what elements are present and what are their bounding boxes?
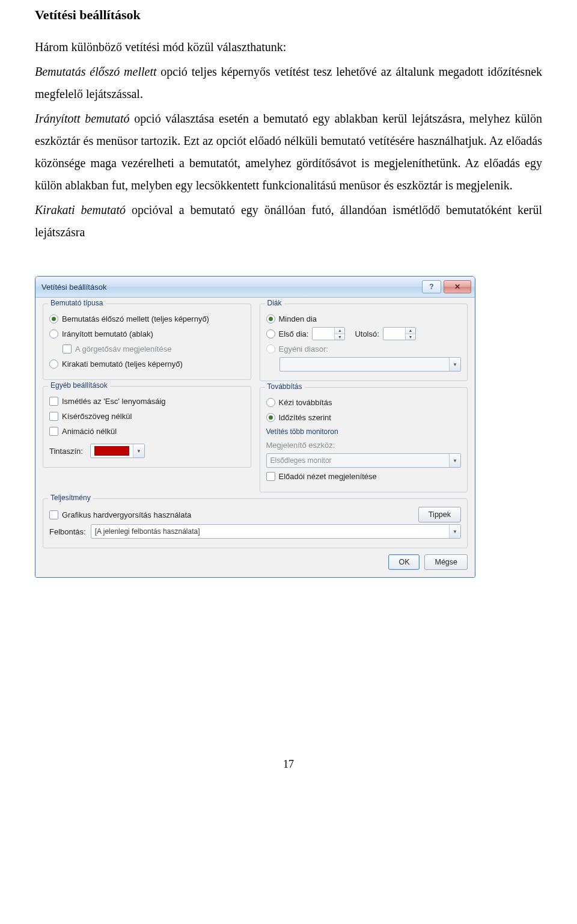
chevron-up-icon: ▲ [335,328,344,334]
group-other-options: Egyéb beállítások Ismétlés az 'Esc' leny… [43,386,251,468]
check-row-loop[interactable]: Ismétlés az 'Esc' lenyomásáig [49,394,245,408]
checkbox-icon [49,397,58,406]
check-row-no-animation[interactable]: Animáció nélkül [49,424,245,438]
combo-display-value: Elsődleges monitor [267,454,450,467]
radio-row-browsed[interactable]: Irányított bemutató (ablak) [49,327,245,340]
check-row-no-narration[interactable]: Kísérőszöveg nélkül [49,409,245,423]
page-number: 17 [0,758,577,771]
radio-label-manual: Kézi továbbítás [279,398,332,407]
radio-row-kiosk[interactable]: Kirakati bemutató (teljes képernyő) [49,357,245,370]
close-icon: ✕ [454,283,460,291]
label-resolution: Felbontás: [49,527,86,536]
group-performance: Teljesítmény Grafikus hardvergyorsítás h… [43,498,468,548]
radio-row-presenter[interactable]: Bemutatás élőszó mellett (teljes képerny… [49,312,245,325]
checkbox-icon [49,427,58,436]
chevron-down-icon: ▼ [133,444,144,457]
chevron-up-icon: ▲ [406,328,415,334]
check-label-no-narration: Kísérőszöveg nélkül [62,412,132,421]
radio-label-kiosk: Kirakati bemutató (teljes képernyő) [62,360,183,369]
ink-color-picker[interactable]: ▼ [90,444,145,458]
doc-heading: Vetítési beállítások [35,7,542,23]
radio-icon [49,360,58,369]
term-bemutatas: Bemutatás élőszó mellett [35,65,157,78]
radio-icon [266,413,275,422]
checkbox-icon [49,510,58,519]
tips-button[interactable]: Tippek [418,507,461,522]
dialog-titlebar[interactable]: Vetítési beállítások ? ✕ [35,277,475,298]
help-button[interactable]: ? [422,280,441,293]
group-slides: Diák Minden dia Első dia: ▲▼ [260,304,468,381]
spinner-to[interactable]: ▲▼ [383,327,416,340]
radio-row-slide-range[interactable]: Első dia: ▲▼ Utolsó: ▲▼ [266,327,462,340]
group-show-type: Bemutató típusa Bemutatás élőszó mellett… [43,304,251,380]
term-iranyitott: Irányított bemutató [35,112,130,125]
close-button[interactable]: ✕ [444,280,471,293]
doc-p1: Három különböző vetítési mód közül válas… [35,36,542,58]
ink-color-label: Tintaszín: [49,447,83,456]
combo-resolution-value: [A jelenlegi felbontás használata] [91,525,449,538]
legend-other: Egyéb beállítások [48,381,110,390]
legend-performance: Teljesítmény [48,494,93,502]
checkbox-icon [266,472,275,481]
checkbox-icon [63,344,72,353]
radio-icon [266,329,275,338]
dialog-title: Vetítési beállítások [41,283,420,292]
check-row-scrollbar: A görgetősáv megjelenítése [63,342,245,355]
check-label-hwaccel[interactable]: Grafikus hardvergyorsítás használata [62,510,191,519]
combo-resolution[interactable]: [A jelenlegi felbontás használata] ▼ [91,524,461,539]
check-row-presenter-view[interactable]: Előadói nézet megjelenítése [266,470,462,483]
chevron-down-icon: ▼ [406,334,415,340]
ink-swatch [94,446,129,456]
cancel-button[interactable]: Mégse [424,554,468,570]
doc-p2: Bemutatás élőszó mellett opció teljes ké… [35,61,542,105]
chevron-down-icon: ▼ [449,358,460,371]
radio-icon [266,344,275,353]
ok-button[interactable]: OK [388,554,420,570]
chevron-down-icon: ▼ [449,454,460,467]
term-kirakati: Kirakati bemutató [35,203,126,216]
combo-custom-show: ▼ [279,357,462,372]
doc-p3: Irányított bemutató opció választása ese… [35,108,542,197]
label-to: Utolsó: [355,329,379,338]
legend-show-type: Bemutató típusa [48,299,105,307]
radio-row-custom-show: Egyéni diasor: [266,342,462,355]
subhead-monitors: Vetítés több monitoron [266,427,462,436]
group-advance: Továbbítás Kézi továbbítás Időzítés szer… [260,387,468,492]
check-label-presenter-view: Előadói nézet megjelenítése [279,472,377,481]
radio-label-presenter: Bemutatás élőszó mellett (teljes képerny… [62,314,209,323]
radio-icon [49,329,58,338]
radio-icon [266,314,275,323]
radio-label-from: Első dia: [279,329,309,338]
checkbox-icon [49,412,58,421]
combo-display-device: Elsődleges monitor ▼ [266,453,462,468]
radio-row-manual[interactable]: Kézi továbbítás [266,396,462,409]
radio-icon [266,398,275,407]
spinner-from[interactable]: ▲▼ [312,327,345,340]
radio-icon [49,314,58,323]
radio-label-all: Minden dia [279,314,317,323]
doc-p4: Kirakati bemutató opcióval a bemutató eg… [35,199,542,243]
radio-label-timings: Időzítés szerint [279,413,331,422]
radio-label-browsed: Irányított bemutató (ablak) [62,329,153,338]
help-icon: ? [429,283,433,291]
label-display-device: Megjelenítő eszköz: [266,441,335,450]
legend-advance: Továbbítás [265,382,305,391]
radio-row-timings[interactable]: Időzítés szerint [266,411,462,424]
chevron-down-icon: ▼ [449,525,460,538]
radio-row-all-slides[interactable]: Minden dia [266,312,462,325]
chevron-down-icon: ▼ [335,334,344,340]
check-label-scrollbar: A görgetősáv megjelenítése [75,344,171,353]
check-label-loop: Ismétlés az 'Esc' lenyomásáig [62,397,166,406]
dialog-screenshot: Vetítési beállítások ? ✕ Bemutató típusa… [35,276,475,578]
legend-slides: Diák [265,299,284,307]
radio-label-custom: Egyéni diasor: [279,344,328,353]
check-label-no-animation: Animáció nélkül [62,427,117,436]
